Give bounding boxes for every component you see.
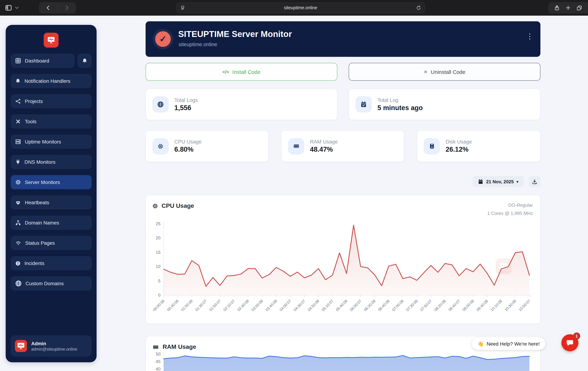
need-help-text: Need Help? We're here! bbox=[487, 341, 540, 347]
alert-icon bbox=[15, 261, 21, 266]
chevron-down-icon[interactable] bbox=[15, 6, 19, 9]
svg-text:01:50:07: 01:50:07 bbox=[209, 299, 221, 312]
sidebar-item-custom-domains[interactable]: Custom Domains bbox=[11, 276, 92, 291]
chip-icon bbox=[15, 179, 21, 185]
more-options-icon[interactable]: ⋮ bbox=[525, 31, 535, 41]
svg-text:20: 20 bbox=[156, 235, 160, 240]
stat-card-ram: RAM Usage 48.47% bbox=[281, 130, 404, 162]
sidebar-toggle-icon[interactable] bbox=[5, 5, 12, 11]
address-bar[interactable]: siteuptime.online bbox=[177, 2, 425, 13]
server-plan: DO-Regular bbox=[487, 201, 533, 209]
user-email: admin@siteuptime.online bbox=[31, 347, 77, 351]
chart-title: CPU Usage bbox=[162, 202, 194, 210]
svg-text:04:00:07: 04:00:07 bbox=[279, 299, 292, 312]
chat-bubble-icon bbox=[566, 339, 574, 347]
sidebar-item-uptime-monitors[interactable]: Uptime Monitors bbox=[11, 135, 92, 149]
sidebar-item-label: Server Monitors bbox=[25, 179, 60, 185]
svg-text:10:50:07: 10:50:07 bbox=[518, 299, 531, 312]
bell-icon bbox=[82, 58, 87, 64]
sidebar-item-tools[interactable]: Tools bbox=[11, 114, 92, 128]
need-help-bubble[interactable]: 👋 Need Help? We're here! bbox=[472, 338, 546, 350]
stat-label: Total Log bbox=[378, 97, 423, 103]
svg-text:08:20:08: 08:20:08 bbox=[433, 299, 447, 312]
sidebar-item-status-pages[interactable]: Status Pages bbox=[11, 236, 92, 250]
stat-card-total-log: Total Log 5 minutes ago bbox=[349, 89, 540, 120]
download-icon bbox=[532, 179, 537, 184]
download-button[interactable] bbox=[529, 176, 540, 187]
sidebar-user-card[interactable]: Admin admin@siteuptime.online bbox=[11, 335, 92, 357]
server-icon bbox=[15, 139, 21, 145]
sidebar-row: Incidents bbox=[11, 256, 92, 270]
svg-text:10:10:08: 10:10:08 bbox=[490, 299, 503, 312]
screen: siteuptime.online Dashboard No bbox=[0, 0, 588, 371]
stat-card-total-logs: Total Logs 1,556 bbox=[146, 89, 337, 120]
svg-text:10:30:08: 10:30:08 bbox=[504, 299, 517, 312]
tabs-overview-icon[interactable] bbox=[577, 5, 582, 11]
svg-text:09:00:08: 09:00:08 bbox=[462, 299, 475, 312]
grid-icon bbox=[15, 58, 21, 64]
sidebar-item-incidents[interactable]: Incidents bbox=[11, 256, 92, 270]
refresh-icon[interactable] bbox=[416, 5, 421, 10]
svg-text:08:40:07: 08:40:07 bbox=[448, 299, 461, 312]
svg-text:06:00:07: 06:00:07 bbox=[349, 299, 362, 312]
cpu-usage-chart: 051015202500:00:0800:40:0801:00:0801:30:… bbox=[149, 218, 538, 322]
caret-down-icon: ▾ bbox=[517, 180, 518, 183]
sidebar-row: Projects bbox=[11, 94, 92, 108]
sidebar-item-label: Dashboard bbox=[25, 58, 49, 64]
url-text[interactable]: siteuptime.online bbox=[185, 5, 416, 10]
install-code-button[interactable]: </> Install Code bbox=[146, 63, 337, 81]
sidebar-item-domain-names[interactable]: Domain Names bbox=[11, 216, 92, 230]
share-icon[interactable] bbox=[554, 5, 560, 11]
stat-value: 48.47% bbox=[310, 146, 338, 153]
forward-button[interactable] bbox=[58, 2, 76, 13]
svg-text:07:50:07: 07:50:07 bbox=[419, 299, 432, 312]
svg-text:06:20:08: 06:20:08 bbox=[363, 299, 376, 312]
monitor-domain: siteuptime.online bbox=[178, 42, 217, 47]
close-icon: ✕ bbox=[424, 69, 428, 74]
check-icon: ✓ bbox=[155, 31, 171, 47]
stat-card-cpu: CPU Usage 6.80% bbox=[146, 130, 268, 162]
sidebar-menu: Dashboard Notification Handlers Projects bbox=[6, 54, 97, 291]
code-icon: </> bbox=[222, 69, 229, 74]
ram-usage-chart: 404550 bbox=[149, 352, 538, 371]
svg-text:09:40:08: 09:40:08 bbox=[476, 299, 489, 312]
sidebar-item-server-monitors[interactable]: Server Monitors bbox=[11, 175, 92, 189]
stat-label: CPU Usage bbox=[174, 139, 201, 145]
svg-text:50: 50 bbox=[156, 352, 160, 356]
app-logo bbox=[6, 33, 97, 48]
sidebar-row: Domain Names bbox=[11, 216, 92, 230]
sidebar-item-label: Uptime Monitors bbox=[25, 139, 61, 145]
svg-text:40: 40 bbox=[156, 367, 160, 371]
new-tab-icon[interactable] bbox=[566, 5, 571, 10]
svg-text:01:00:08: 01:00:08 bbox=[180, 299, 193, 312]
stat-value: 26.12% bbox=[446, 146, 472, 153]
memory-icon bbox=[288, 138, 304, 154]
date-picker-button[interactable]: 21 Nov, 2025 ▾ bbox=[472, 176, 524, 187]
reader-icon[interactable] bbox=[180, 5, 185, 10]
svg-text:03:00:08: 03:00:08 bbox=[251, 299, 264, 312]
wifi-icon bbox=[15, 240, 21, 246]
svg-text:25: 25 bbox=[156, 221, 160, 226]
sidebar-item-heartbeats[interactable]: Heartbeats bbox=[11, 195, 92, 210]
stat-label: Disk Usage bbox=[446, 139, 472, 145]
sidebar-item-label: Projects bbox=[25, 98, 43, 104]
uninstall-code-button[interactable]: ✕ Uninstall Code bbox=[349, 63, 540, 81]
sidebar-item-notification-handlers[interactable]: Notification Handlers bbox=[11, 74, 92, 88]
sidebar-item-projects[interactable]: Projects bbox=[11, 94, 92, 108]
sidebar-notifications-button[interactable] bbox=[77, 54, 92, 68]
svg-text:00:00:08: 00:00:08 bbox=[152, 299, 165, 312]
nav-buttons bbox=[39, 2, 76, 13]
sidebar-row: Status Pages bbox=[11, 236, 92, 250]
svg-text:0: 0 bbox=[158, 293, 160, 297]
sidebar-item-dns-monitors[interactable]: DNS Monitors bbox=[11, 155, 92, 169]
svg-text:5: 5 bbox=[158, 278, 160, 283]
sidebar-item-dashboard[interactable]: Dashboard bbox=[11, 54, 74, 68]
heart-icon bbox=[15, 200, 21, 205]
svg-text:04:50:08: 04:50:08 bbox=[307, 299, 320, 312]
sidebar-item-label: Status Pages bbox=[25, 240, 55, 246]
monitor-header-card: ✓ SITEUPTIME Server Monitor siteuptime.o… bbox=[146, 21, 540, 57]
svg-text:04:30:07: 04:30:07 bbox=[293, 299, 306, 312]
user-name: Admin bbox=[31, 341, 77, 346]
tools-icon bbox=[15, 119, 21, 124]
back-button[interactable] bbox=[39, 2, 57, 13]
